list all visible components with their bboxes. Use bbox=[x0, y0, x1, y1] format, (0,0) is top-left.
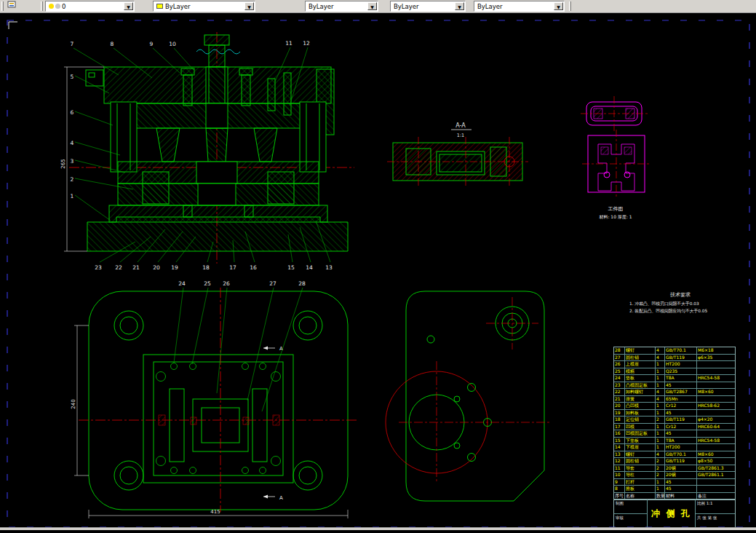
workpiece-view: 工件图 材料: 10 厚度: 1 bbox=[581, 96, 650, 220]
chevron-down-icon[interactable]: ▼ bbox=[554, 2, 563, 10]
parts-table: 28螺钉4GB/T70.1M6×1827圆柱销4GB/T119φ6×3526上模… bbox=[613, 347, 736, 500]
parts-table-rows: 28螺钉4GB/T70.1M6×1827圆柱销4GB/T119φ6×3526上模… bbox=[614, 347, 735, 493]
layer-dropdown-value: 0 bbox=[62, 3, 65, 10]
callout-4: 4 bbox=[71, 140, 74, 146]
main-section-view bbox=[69, 32, 354, 264]
callout-18: 18 bbox=[202, 264, 210, 271]
layers-icon-glyph bbox=[7, 1, 17, 9]
parts-table-row: 17凹模1Cr12HRC60-64 bbox=[614, 424, 735, 431]
window-bottom-edge bbox=[0, 527, 756, 530]
callout-2: 2 bbox=[71, 176, 74, 183]
workpiece-note: 材料: 10 厚度: 1 bbox=[598, 214, 632, 220]
title-block-left: 制图 审核 bbox=[614, 500, 648, 528]
layer-lock-icon bbox=[55, 4, 60, 9]
chevron-down-icon[interactable]: ▼ bbox=[124, 2, 133, 10]
dim-plan-width: 415 bbox=[210, 509, 220, 515]
lineweight-dropdown[interactable]: ByLayer ▼ bbox=[390, 1, 466, 12]
parts-table-row: 24垫板1T8AHRC54-58 bbox=[614, 375, 735, 382]
layer-on-icon bbox=[49, 4, 54, 9]
parts-table-row: 8推板145 bbox=[614, 486, 735, 493]
aa-section-view: A-A 1:1 bbox=[387, 122, 528, 188]
plotstyle-dropdown[interactable]: ByLayer ▼ bbox=[474, 1, 565, 12]
callout-6: 6 bbox=[71, 109, 74, 116]
parts-table-row: 11导套220钢GB/T2861.3 bbox=[614, 465, 735, 473]
title-block-right: 比例 1:1 共 张 第 张 bbox=[696, 500, 735, 528]
header-name: 名称 bbox=[625, 493, 656, 500]
parts-table-row: 26上模座1HT200 bbox=[614, 361, 735, 368]
color-swatch bbox=[156, 4, 163, 9]
callout-23: 23 bbox=[95, 264, 102, 271]
callout-10: 10 bbox=[169, 41, 176, 47]
color-dropdown[interactable]: ByLayer ▼ bbox=[153, 1, 255, 12]
callout-20: 20 bbox=[153, 264, 160, 271]
parts-table-row: 28螺钉4GB/T70.1M6×18 bbox=[614, 347, 735, 355]
title-block: 制图 审核 冲 侧 孔 比例 1:1 共 张 第 张 bbox=[613, 499, 736, 529]
callout-28: 28 bbox=[298, 280, 306, 287]
callout-15: 15 bbox=[287, 264, 295, 271]
callout-27: 27 bbox=[269, 280, 276, 287]
parts-table-row: 27圆柱销4GB/T119φ6×35 bbox=[614, 355, 735, 362]
callout-12: 12 bbox=[303, 40, 310, 47]
cad-application: { "toolbar": { "layer_control": { "value… bbox=[0, 0, 756, 533]
parts-table-row: 18定位销2GB/T119φ4×20 bbox=[614, 416, 735, 424]
header-seq: 序号 bbox=[614, 493, 625, 500]
field-sheets: 共 张 第 张 bbox=[696, 514, 735, 528]
aa-label: A-A bbox=[455, 122, 466, 129]
field-scale: 比例 1:1 bbox=[696, 500, 735, 514]
parts-table-row: 25模柄1Q235 bbox=[614, 368, 735, 376]
parts-table-row: 22卸料螺钉4GB/T2867M8×60 bbox=[614, 389, 735, 396]
parts-table-row: 10导柱220钢GB/T2861.1 bbox=[614, 472, 735, 479]
header-material: 材料 bbox=[665, 493, 697, 500]
callout-14: 14 bbox=[306, 264, 313, 271]
callout-16: 16 bbox=[250, 264, 257, 271]
field-checked-by: 审核 bbox=[614, 514, 647, 528]
plan-view: A A 24 25 26 27 28 240 415 bbox=[71, 280, 358, 518]
callout-8: 8 bbox=[111, 41, 114, 47]
parts-table-row: 19卸料板145 bbox=[614, 410, 735, 417]
callout-13: 13 bbox=[325, 264, 333, 271]
toolbar-grip[interactable] bbox=[41, 1, 43, 11]
tech-req-title: 技术要求 bbox=[669, 292, 691, 298]
lower-die-plan-view bbox=[386, 291, 552, 501]
parts-table-row: 20凸凹模1Cr12HRC58-62 bbox=[614, 403, 735, 410]
layers-icon[interactable] bbox=[7, 1, 20, 12]
linetype-dropdown[interactable]: ByLayer ▼ bbox=[305, 1, 378, 12]
chevron-down-icon[interactable]: ▼ bbox=[367, 2, 377, 10]
header-note: 备注 bbox=[697, 493, 735, 500]
callout-19: 19 bbox=[171, 264, 178, 271]
field-drawn-by: 制图 bbox=[614, 500, 647, 514]
layer-dropdown[interactable]: 0 ▼ bbox=[45, 1, 135, 12]
tech-requirements: 技术要求 1. 冲裁凸、凹模刃口间隙不大于0.03 2. 装配后凸、凹模间隙应均… bbox=[629, 292, 708, 314]
parts-table-row: 21弹簧465Mn bbox=[614, 396, 735, 403]
callout-25: 25 bbox=[204, 280, 211, 287]
parts-table-row: 14下模座1HT200 bbox=[614, 444, 735, 451]
callout-7: 7 bbox=[71, 41, 74, 47]
toolbar-grip[interactable] bbox=[569, 1, 571, 11]
parts-table-row: 13螺钉4GB/T70.1M8×60 bbox=[614, 451, 735, 459]
parts-table-row: 23凸模固定板145 bbox=[614, 382, 735, 390]
callout-5: 5 bbox=[71, 74, 74, 80]
callout-11: 11 bbox=[285, 40, 293, 47]
chevron-down-icon[interactable]: ▼ bbox=[244, 2, 254, 10]
drawing-title: 冲 侧 孔 bbox=[648, 500, 696, 528]
chevron-down-icon[interactable]: ▼ bbox=[455, 2, 464, 10]
workpiece-caption: 工件图 bbox=[608, 206, 624, 212]
tech-req-line2: 2. 装配后凸、凹模间隙应均匀不大于0.05 bbox=[629, 308, 708, 314]
section-mark-a-bottom: A bbox=[279, 495, 283, 501]
parts-table-row: 9打杆145 bbox=[614, 479, 735, 486]
callout-9: 9 bbox=[150, 41, 154, 47]
callout-21: 21 bbox=[132, 264, 140, 271]
aa-scale: 1:1 bbox=[457, 133, 464, 138]
callout-3: 3 bbox=[71, 158, 74, 165]
color-dropdown-value: ByLayer bbox=[165, 3, 191, 10]
toolbar-grip[interactable] bbox=[1, 1, 4, 11]
callout-22: 22 bbox=[115, 264, 122, 271]
linetype-dropdown-value: ByLayer bbox=[309, 3, 334, 10]
tech-req-line1: 1. 冲裁凸、凹模刃口间隙不大于0.03 bbox=[629, 301, 699, 307]
callout-24: 24 bbox=[178, 280, 186, 287]
properties-toolbar: 0 ▼ ByLayer ▼ ByLayer ▼ ByLayer ▼ ByLaye… bbox=[0, 0, 756, 13]
callout-1: 1 bbox=[71, 193, 74, 200]
header-qty: 数量 bbox=[656, 493, 665, 500]
plotstyle-dropdown-value: ByLayer bbox=[477, 3, 503, 10]
drawing-canvas[interactable]: 265 7 8 9 10 11 12 5 6 4 3 2 1 23 22 bbox=[0, 13, 756, 530]
